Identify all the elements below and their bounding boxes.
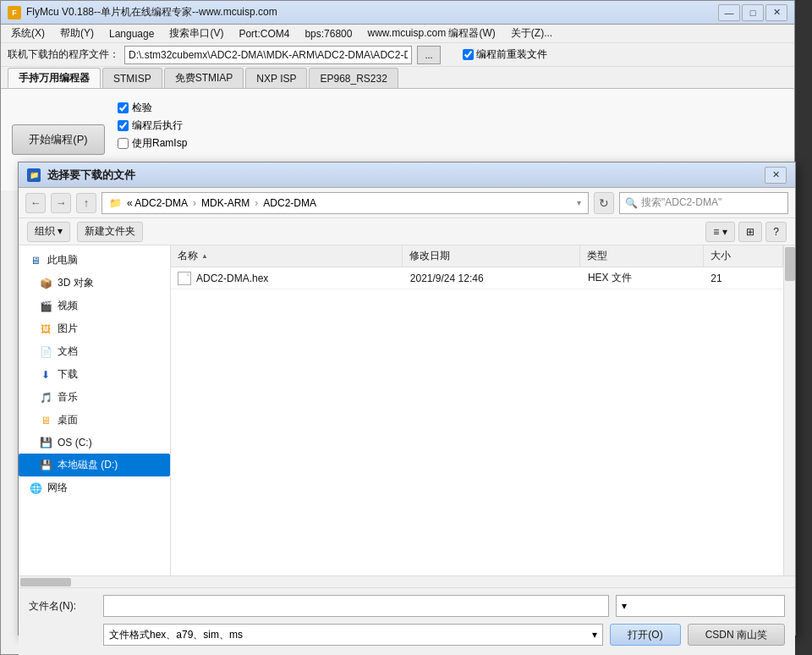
title-bar: F FlyMcu V0.188--单片机在线编程专家--www.mcuisp.c…	[1, 1, 794, 25]
tab-ep968[interactable]: EP968_RS232	[309, 68, 398, 88]
downloads-icon: ⬇	[39, 368, 52, 382]
tab-handheld[interactable]: 手持万用编程器	[8, 68, 101, 88]
dialog-footer: 文件名(N): ▾ 文件格式hex、a79、sim、ms ▾ 打开(O) CSD…	[19, 587, 795, 655]
sidebar-item-network[interactable]: 🌐 网络	[19, 476, 170, 499]
refresh-button[interactable]: ↻	[594, 192, 614, 214]
maximize-button[interactable]: □	[742, 4, 764, 21]
menu-programmer[interactable]: www.mcuisp.com 编程器(W)	[360, 25, 502, 42]
menu-language[interactable]: Language	[102, 26, 161, 41]
open-button[interactable]: 打开(O)	[610, 624, 680, 646]
tab-stmisp[interactable]: STMISP	[102, 68, 162, 88]
filename-label: 文件名(N):	[29, 599, 96, 614]
scroll-thumb[interactable]	[785, 247, 795, 281]
sidebar-item-pc[interactable]: 🖥 此电脑	[19, 249, 170, 272]
minimize-button[interactable]: —	[718, 4, 740, 21]
dialog-title: 选择要下载的文件	[47, 168, 135, 183]
address-path[interactable]: 📁 « ADC2-DMA › MDK-ARM › ADC2-DMA ▾	[102, 192, 589, 214]
dialog-close-button[interactable]: ✕	[765, 167, 787, 184]
col-name-header[interactable]: 名称 ▲	[171, 245, 403, 267]
back-button[interactable]: ←	[25, 193, 46, 213]
sidebar-item-video[interactable]: 🎬 视频	[19, 294, 170, 317]
horizontal-scrollbar[interactable]	[19, 575, 795, 587]
menu-port[interactable]: Port:COM4	[232, 26, 296, 41]
sidebar-item-c-drive[interactable]: 💾 OS (C:)	[19, 432, 170, 454]
file-date-cell: 2021/9/24 12:46	[403, 272, 581, 284]
tab-stmiap[interactable]: 免费STMIAP	[164, 68, 244, 88]
app-title: FlyMcu V0.188--单片机在线编程专家--www.mcuisp.com	[26, 5, 277, 19]
sidebar-item-downloads[interactable]: ⬇ 下载	[19, 363, 170, 386]
menu-system[interactable]: 系统(X)	[4, 25, 52, 42]
filename-dropdown-arrow[interactable]: ▾	[616, 595, 785, 617]
dialog-toolbar: 组织 ▾ 新建文件夹 ≡ ▾ ⊞ ?	[19, 218, 795, 245]
app-close-button[interactable]: ✕	[765, 4, 787, 21]
filetype-row: 文件格式hex、a79、sim、ms ▾ 打开(O) CSDN 南山笑	[29, 624, 785, 646]
right-panel	[795, 0, 812, 655]
scrollbar[interactable]	[783, 245, 795, 575]
view-icon: ≡	[713, 226, 719, 238]
browse-button[interactable]: ...	[417, 46, 441, 64]
col-date-header[interactable]: 修改日期	[403, 245, 580, 267]
file-path-input[interactable]	[124, 46, 412, 64]
docs-icon: 📄	[39, 345, 52, 359]
c-drive-icon: 💾	[39, 436, 52, 449]
h-scroll-thumb[interactable]	[20, 578, 71, 586]
option-verify: 检验	[118, 101, 187, 115]
file-label: 联机下载拍的程序文件：	[8, 47, 119, 62]
forward-button[interactable]: →	[51, 193, 71, 213]
file-toolbar: 联机下载拍的程序文件： ... 编程前重装文件	[1, 43, 794, 67]
reload-checkbox[interactable]	[463, 49, 474, 60]
app-icon: F	[8, 6, 21, 19]
organize-button[interactable]: 组织 ▾	[27, 222, 70, 242]
tab-nxp[interactable]: NXP ISP	[245, 68, 307, 88]
file-type-cell: HEX 文件	[581, 271, 704, 285]
sort-arrow: ▲	[201, 252, 208, 260]
program-button[interactable]: 开始编程(P)	[12, 124, 105, 155]
sidebar-item-docs[interactable]: 📄 文档	[19, 340, 170, 363]
menu-bar: 系统(X) 帮助(Y) Language 搜索串口(V) Port:COM4 b…	[1, 25, 794, 43]
search-box[interactable]: 🔍 搜索"ADC2-DMA"	[619, 192, 788, 214]
folder-3d-icon: 📦	[39, 277, 52, 290]
sidebar-item-music[interactable]: 🎵 音乐	[19, 386, 170, 409]
file-name-cell: ADC2-DMA.hex	[171, 272, 403, 285]
menu-search-port[interactable]: 搜索串口(V)	[162, 25, 230, 42]
view-buttons: ≡ ▾ ⊞ ?	[705, 222, 787, 242]
file-open-dialog: 📁 选择要下载的文件 ✕ ← → ↑ 📁 « ADC2-DMA › MDK-AR…	[18, 162, 796, 636]
menu-about[interactable]: 关于(Z)...	[504, 25, 559, 42]
sidebar-item-pictures[interactable]: 🖼 图片	[19, 317, 170, 340]
ramisp-checkbox[interactable]	[118, 138, 129, 149]
reload-checkbox-label[interactable]: 编程前重装文件	[463, 47, 547, 62]
dialog-icon: 📁	[27, 168, 41, 182]
verify-checkbox[interactable]	[118, 102, 129, 113]
help-button[interactable]: ?	[765, 222, 787, 242]
cancel-button[interactable]: CSDN 南山笑	[688, 624, 785, 646]
file-sidebar: 🖥 此电脑 📦 3D 对象 🎬 视频 🖼 图片 📄 文档	[19, 245, 171, 575]
pane-button[interactable]: ⊞	[738, 222, 762, 242]
tab-bar: 手持万用编程器 STMISP 免费STMIAP NXP ISP EP968_RS…	[1, 67, 794, 89]
app-window: F FlyMcu V0.188--单片机在线编程专家--www.mcuisp.c…	[0, 0, 795, 655]
menu-help[interactable]: 帮助(Y)	[53, 25, 101, 42]
view-dropdown-arrow: ▾	[722, 226, 727, 238]
col-size-header[interactable]: 大小	[704, 245, 783, 267]
view-mode-button[interactable]: ≡ ▾	[705, 222, 735, 242]
col-type-header[interactable]: 类型	[580, 245, 704, 267]
video-icon: 🎬	[39, 300, 52, 313]
filetype-dropdown[interactable]: 文件格式hex、a79、sim、ms ▾	[103, 624, 603, 646]
new-folder-button[interactable]: 新建文件夹	[77, 222, 143, 242]
file-size-cell: 21	[704, 272, 783, 284]
dialog-title-left: 📁 选择要下载的文件	[27, 168, 135, 183]
filename-input[interactable]	[103, 595, 609, 617]
exec-checkbox[interactable]	[118, 120, 129, 131]
search-placeholder: 搜索"ADC2-DMA"	[641, 195, 721, 210]
sidebar-item-desktop[interactable]: 🖥 桌面	[19, 409, 170, 432]
dialog-title-bar: 📁 选择要下载的文件 ✕	[19, 162, 795, 188]
title-bar-left: F FlyMcu V0.188--单片机在线编程专家--www.mcuisp.c…	[8, 5, 277, 19]
path-dropdown-arrow[interactable]: ▾	[577, 198, 581, 207]
pictures-icon: 🖼	[39, 322, 52, 336]
file-row-hex[interactable]: ADC2-DMA.hex 2021/9/24 12:46 HEX 文件 21	[171, 267, 783, 289]
path-part-2: MDK-ARM	[201, 197, 250, 209]
sidebar-item-d-drive[interactable]: 💾 本地磁盘 (D:)	[19, 454, 170, 476]
menu-bps[interactable]: bps:76800	[298, 26, 359, 41]
sidebar-item-3d[interactable]: 📦 3D 对象	[19, 272, 170, 294]
search-icon: 🔍	[625, 197, 638, 209]
up-button[interactable]: ↑	[76, 193, 96, 213]
